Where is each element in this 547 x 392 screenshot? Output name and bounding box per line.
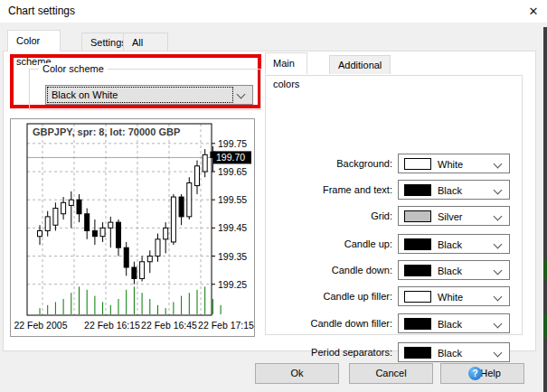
period-separators-dropdown-value: Black xyxy=(438,346,462,360)
grid-label: Grid: xyxy=(266,206,392,226)
svg-text:199.45: 199.45 xyxy=(218,222,247,233)
chevron-down-icon[interactable] xyxy=(494,212,503,221)
ok-button[interactable]: Ok xyxy=(255,363,339,384)
grid-dropdown[interactable]: Silver xyxy=(398,206,510,226)
window-title: Chart settings xyxy=(8,5,75,17)
titlebar: Chart settings ✕ xyxy=(0,0,547,23)
svg-text:199.70: 199.70 xyxy=(216,152,245,163)
background-dropdown[interactable]: White xyxy=(398,154,510,173)
period-separators-dropdown[interactable]: Black xyxy=(398,342,510,362)
svg-text:22 Feb 16:45: 22 Feb 16:45 xyxy=(141,320,197,331)
chevron-down-icon[interactable] xyxy=(494,240,503,249)
candle-up-filler-dropdown-value: White xyxy=(438,290,463,304)
color-scheme-group-label: Color scheme xyxy=(39,63,108,74)
color-scheme-dropdown-value: Black on White xyxy=(48,88,232,102)
help-icon: ? xyxy=(468,367,482,380)
chevron-down-icon[interactable] xyxy=(237,90,246,99)
tab-additional-colors[interactable]: Additional colors xyxy=(329,55,391,74)
candle-down-color-swatch xyxy=(404,265,431,276)
candle-up-dropdown[interactable]: Black xyxy=(398,234,510,254)
background-color-swatch xyxy=(404,158,431,170)
chart-settings-dialog: Chart settings ✕ Color scheme Settings A… xyxy=(0,0,547,392)
svg-text:199.55: 199.55 xyxy=(218,194,247,205)
svg-text:22 Feb 2005: 22 Feb 2005 xyxy=(14,320,68,331)
candle-up-dropdown-value: Black xyxy=(438,238,462,252)
help-button[interactable]: ? Help xyxy=(440,363,524,384)
chevron-down-icon[interactable] xyxy=(494,293,503,302)
chevron-down-icon[interactable] xyxy=(494,349,503,358)
chevron-down-icon[interactable] xyxy=(494,320,503,329)
candle-down-filler-dropdown[interactable]: Black xyxy=(398,313,510,333)
background-label: Background: xyxy=(266,154,392,173)
candle-up-filler-color-swatch xyxy=(404,291,431,303)
tab-color-scheme[interactable]: Color scheme xyxy=(7,30,61,51)
tab-all-charts[interactable]: All charts xyxy=(123,33,168,51)
tab-main-colors[interactable]: Main colors xyxy=(265,52,307,74)
svg-text:199.65: 199.65 xyxy=(218,166,247,177)
svg-text:GBPJPY, spr: 8, lot: 70000 GBP: GBPJPY, spr: 8, lot: 70000 GBP xyxy=(33,126,180,137)
candle-down-dropdown[interactable]: Black xyxy=(398,260,510,280)
background-window-edge-mark xyxy=(543,314,547,338)
cancel-button[interactable]: Cancel xyxy=(349,363,433,384)
candle-up-filler-dropdown[interactable]: White xyxy=(398,286,510,306)
svg-text:199.75: 199.75 xyxy=(218,138,247,149)
svg-text:22 Feb 16:15: 22 Feb 16:15 xyxy=(84,320,140,331)
grid-color-swatch xyxy=(404,210,431,222)
candle-up-filler-label: Candle up filler: xyxy=(266,286,392,306)
candle-up-label: Candle up: xyxy=(266,234,392,254)
highlight-annotation-rect: Color scheme Black on White xyxy=(10,54,261,108)
svg-text:199.35: 199.35 xyxy=(218,251,247,262)
color-scheme-tab-page: Color scheme Black on White GBPJPY, spr:… xyxy=(3,51,536,351)
candle-down-filler-label: Candle down filler: xyxy=(266,313,392,333)
svg-text:199.25: 199.25 xyxy=(218,279,247,290)
color-scheme-groupbox: Color scheme Black on White xyxy=(29,69,261,110)
candle-up-color-swatch xyxy=(404,238,431,250)
frame-and-text-dropdown-value: Black xyxy=(438,183,462,198)
candle-down-label: Candle down: xyxy=(266,260,392,280)
chevron-down-icon[interactable] xyxy=(494,160,503,169)
preview-chart: GBPJPY, spr: 8, lot: 70000 GBP199.75199.… xyxy=(11,119,254,336)
candle-down-filler-color-swatch xyxy=(404,318,431,330)
chart-preview-panel: GBPJPY, spr: 8, lot: 70000 GBP199.75199.… xyxy=(10,118,255,337)
background-window-edge xyxy=(543,27,547,392)
color-scheme-dropdown[interactable]: Black on White xyxy=(45,85,253,105)
frame-and-text-color-swatch xyxy=(404,184,431,196)
help-button-label: Help xyxy=(480,368,501,378)
candle-down-filler-dropdown-value: Black xyxy=(438,317,462,331)
frame-and-text-dropdown[interactable]: Black xyxy=(398,180,510,200)
grid-dropdown-value: Silver xyxy=(438,210,463,224)
frame-and-text-label: Frame and text: xyxy=(266,180,392,200)
main-colors-panel: Background: White Frame and text: Black … xyxy=(265,75,523,335)
close-icon[interactable]: ✕ xyxy=(523,2,544,21)
chevron-down-icon[interactable] xyxy=(494,186,503,195)
svg-text:22 Feb 17:15: 22 Feb 17:15 xyxy=(198,320,254,331)
chevron-down-icon[interactable] xyxy=(494,266,503,275)
candle-down-dropdown-value: Black xyxy=(438,264,462,278)
period-separators-label: Period separators: xyxy=(266,342,392,362)
period-separators-color-swatch xyxy=(404,347,431,359)
background-dropdown-value: White xyxy=(438,157,463,172)
background-window-edge-mark xyxy=(543,260,547,280)
